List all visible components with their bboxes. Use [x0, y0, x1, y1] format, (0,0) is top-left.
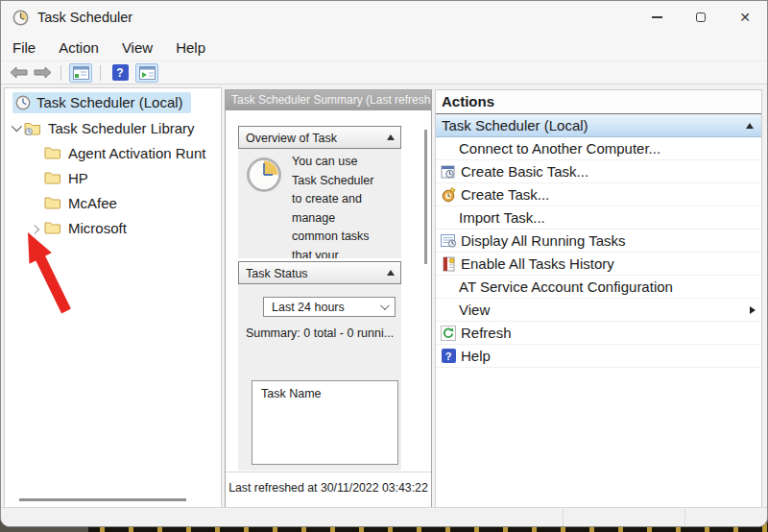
tree-item-label: HP [68, 170, 88, 186]
maximize-icon [696, 12, 706, 22]
toolbar: ? [1, 60, 767, 85]
actions-pane-title: Actions [436, 90, 761, 114]
tree-item-mcafee[interactable]: McAfee [5, 190, 221, 215]
tree-item-label: Agent Activation Runt [68, 145, 205, 161]
task-scheduler-window: Task Scheduler ✕ File Action View Help [0, 0, 768, 527]
menu-file[interactable]: File [1, 36, 47, 59]
action-create-task[interactable]: Create Task... [436, 183, 761, 206]
time-range-dropdown[interactable]: Last 24 hours [263, 297, 396, 317]
tree-item-task-scheduler-library[interactable]: Task Scheduler Library [5, 115, 221, 140]
help-button[interactable]: ? [108, 63, 132, 83]
window-bottom-edge [1, 507, 767, 526]
tree-item-label: Task Scheduler Library [48, 120, 195, 136]
action-enable-all-tasks-history[interactable]: Enable All Tasks History [436, 253, 761, 276]
close-button[interactable]: ✕ [723, 1, 767, 34]
help-icon: ? [442, 349, 456, 363]
library-folder-icon [24, 121, 41, 135]
console-tree-icon [73, 66, 89, 80]
overview-clock-icon [246, 157, 282, 193]
horizontal-scrollbar[interactable] [19, 498, 186, 501]
bottom-divider [563, 509, 564, 526]
action-display-all-running-tasks[interactable]: Display All Running Tasks [436, 230, 761, 253]
show-console-tree-button[interactable] [69, 63, 92, 83]
summary-vertical-scrollbar[interactable] [424, 130, 427, 264]
overview-section-header[interactable]: Overview of Task Scheduler [238, 126, 401, 149]
toolbar-separator [60, 65, 61, 81]
menu-view[interactable]: View [110, 36, 164, 59]
folder-icon [44, 196, 61, 209]
back-button[interactable] [10, 66, 28, 79]
action-import-task[interactable]: Import Task... [436, 206, 761, 230]
task-summary-line: Summary: 0 total - 0 runni... [238, 326, 401, 340]
refresh-icon [438, 326, 459, 341]
forward-arrow-icon [34, 66, 52, 79]
create-task-icon [438, 187, 459, 203]
task-scheduler-clock-icon [15, 95, 31, 110]
task-status-section-title: Task Status [246, 267, 308, 280]
back-arrow-icon [10, 66, 28, 79]
task-name-column-header: Task Name [261, 387, 322, 400]
task-status-section-content: Last 24 hours Summary: 0 total - 0 runni… [238, 284, 401, 471]
actions-group-header[interactable]: Task Scheduler (Local) [436, 114, 761, 137]
collapse-arrow-icon[interactable] [387, 270, 395, 276]
folder-icon [44, 171, 61, 184]
bottom-divider [684, 509, 685, 526]
tree-item-task-scheduler-local[interactable]: Task Scheduler (Local) [5, 90, 221, 115]
show-action-pane-button[interactable] [135, 63, 158, 83]
action-connect-to-another-computer[interactable]: Connect to Another Computer... [436, 137, 761, 160]
chevron-expanded-icon[interactable] [10, 124, 21, 132]
summary-pane-header: Task Scheduler Summary (Last refreshe [226, 90, 431, 110]
folder-icon [44, 221, 61, 234]
action-create-basic-task[interactable]: Create Basic Task... [436, 160, 761, 183]
close-icon: ✕ [739, 11, 751, 24]
chevron-down-icon [380, 301, 390, 310]
tree-item-agent-activation[interactable]: Agent Activation Runt [5, 140, 221, 165]
summary-pane-body: Overview of Task Scheduler You can use T… [226, 110, 431, 507]
minimize-icon [652, 16, 662, 17]
collapse-arrow-icon[interactable] [387, 134, 395, 140]
tree-item-hp[interactable]: HP [5, 165, 221, 190]
forward-button[interactable] [34, 66, 52, 79]
minimize-button[interactable] [635, 1, 679, 34]
task-status-section-header[interactable]: Task Status [238, 261, 401, 284]
action-pane-icon [139, 66, 156, 80]
maximize-button[interactable] [679, 1, 723, 34]
last-refreshed-text: Last refreshed at 30/11/2022 03:43:22 [226, 481, 431, 495]
tree-item-label: Microsoft [68, 220, 127, 236]
tree-item-microsoft[interactable]: Microsoft [5, 215, 221, 240]
create-basic-task-icon [438, 164, 459, 180]
menu-help[interactable]: Help [164, 36, 217, 59]
overview-text: You can use Task Scheduler to create and… [292, 153, 384, 258]
overview-section-content: You can use Task Scheduler to create and… [238, 149, 401, 258]
title-bar: Task Scheduler ✕ [1, 1, 767, 34]
task-list-box: Task Name [252, 380, 398, 465]
task-scheduler-app-icon [12, 10, 29, 26]
time-range-value: Last 24 hours [272, 301, 345, 314]
summary-pane: Task Scheduler Summary (Last refreshe Ov… [225, 89, 432, 508]
collapse-arrow-icon[interactable] [746, 123, 754, 129]
tree-selection-highlight: Task Scheduler (Local) [12, 92, 191, 113]
help-icon: ? [112, 64, 129, 81]
action-view[interactable]: View [436, 299, 761, 322]
toolbar-separator [100, 65, 101, 81]
chevron-collapsed-icon[interactable] [30, 225, 41, 231]
menu-action[interactable]: Action [47, 36, 110, 59]
actions-group-label: Task Scheduler (Local) [442, 117, 588, 133]
tree-item-label: McAfee [68, 195, 117, 211]
footer-separator [226, 472, 431, 472]
submenu-arrow-icon [750, 306, 756, 314]
console-tree-pane: Task Scheduler (Local) Task Scheduler Li… [4, 87, 222, 508]
action-at-service-account-configuration[interactable]: AT Service Account Configuration [436, 276, 761, 299]
tree-item-label: Task Scheduler (Local) [36, 94, 183, 110]
folder-icon [44, 146, 61, 159]
action-refresh[interactable]: Refresh [436, 322, 761, 345]
menu-bar: File Action View Help [1, 34, 767, 60]
window-title: Task Scheduler [37, 10, 132, 25]
tasks-history-icon [438, 256, 459, 272]
actions-pane: Actions Task Scheduler (Local) Connect t… [435, 89, 762, 508]
display-running-tasks-icon [438, 233, 459, 248]
overview-section-title: Overview of Task Scheduler [246, 131, 347, 149]
action-help[interactable]: ? Help [436, 345, 761, 368]
